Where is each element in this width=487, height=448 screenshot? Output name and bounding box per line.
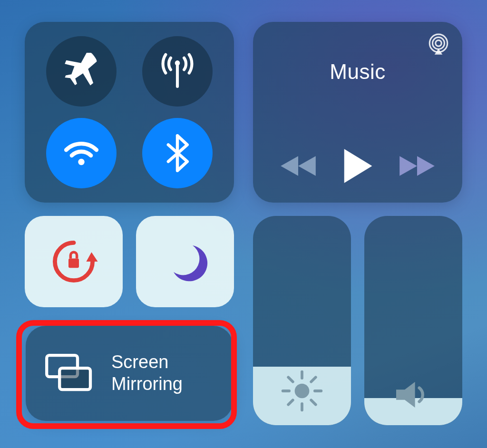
svg-point-1 [175,60,180,66]
screen-mirroring-icon [43,352,95,395]
svg-marker-7 [281,156,298,176]
svg-rect-14 [59,368,90,390]
svg-rect-12 [68,258,79,268]
screen-mirroring-label: Screen Mirroring [111,351,183,395]
screen-mirroring-button[interactable]: Screen Mirroring [26,326,233,421]
wifi-icon [61,133,101,173]
play-button[interactable] [336,149,379,183]
screen-mirroring-highlight: Screen Mirroring [25,325,234,426]
airplane-mode-toggle[interactable] [46,36,117,107]
airplay-icon[interactable] [426,32,451,57]
svg-marker-11 [86,252,97,262]
svg-point-4 [433,37,445,49]
small-tiles-row [25,216,234,312]
music-title: Music [253,60,462,84]
svg-line-20 [288,377,293,382]
bluetooth-toggle[interactable] [142,118,213,188]
svg-line-21 [311,400,316,405]
music-controls [253,149,462,183]
svg-marker-6 [298,156,316,176]
do-not-disturb-toggle[interactable] [136,216,234,307]
volume-speaker-icon [364,376,462,414]
wifi-toggle[interactable] [46,118,117,188]
svg-point-2 [78,159,84,165]
music-panel: Music [253,22,462,203]
cellular-antenna-icon [156,50,198,92]
brightness-sun-icon [253,368,351,414]
sliders-group [253,216,462,426]
moon-icon [161,238,209,285]
bluetooth-icon [161,134,194,172]
svg-point-3 [436,40,441,46]
svg-line-22 [311,377,316,382]
cellular-data-toggle[interactable] [142,36,213,107]
airplane-icon [63,53,100,90]
orientation-lock-toggle[interactable] [25,216,123,307]
volume-slider[interactable] [364,216,462,425]
brightness-slider[interactable] [253,216,351,425]
connectivity-panel [25,22,234,203]
rewind-button[interactable] [277,149,320,183]
svg-marker-8 [344,149,372,183]
svg-marker-9 [400,156,418,176]
forward-button[interactable] [396,149,438,183]
svg-marker-10 [417,156,435,176]
svg-point-15 [295,384,310,399]
orientation-lock-icon [48,235,100,288]
svg-line-23 [288,400,293,405]
